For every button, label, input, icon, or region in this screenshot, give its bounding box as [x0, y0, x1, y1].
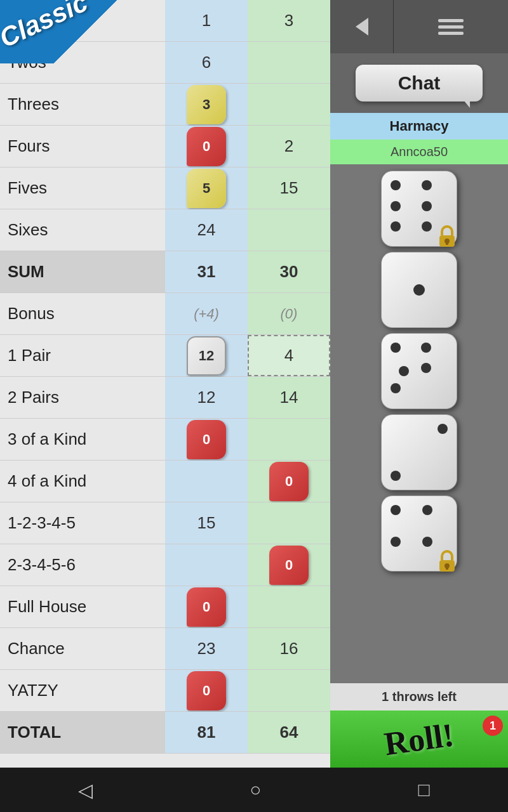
col-p1-1pair[interactable]: 12 [165, 335, 248, 376]
score-token-yellow[interactable]: 3 [187, 85, 226, 124]
dot [391, 180, 401, 190]
back-nav-button[interactable]: ◁ [78, 779, 93, 801]
die-2-container[interactable] [381, 252, 457, 328]
die-4-container[interactable] [381, 414, 457, 490]
roll-button[interactable]: Roll! 1 [330, 710, 508, 768]
score-row-threes[interactable]: Threes3 [0, 84, 330, 126]
die-1-container[interactable] [381, 171, 457, 247]
col-p2-twos[interactable] [248, 42, 330, 83]
col-p1-fours[interactable]: 0 [165, 126, 248, 167]
col-p1-23456[interactable] [165, 544, 248, 586]
row-label-bonus: Bonus [0, 304, 165, 324]
score-token-red[interactable]: 0 [187, 671, 226, 710]
col-p1-2pairs[interactable]: 12 [165, 377, 248, 418]
svg-rect-9 [446, 566, 448, 570]
svg-rect-2 [438, 25, 464, 29]
dot [422, 537, 432, 547]
row-label-1pair: 1 Pair [0, 346, 165, 365]
col-p1-bonus[interactable]: (+4) [165, 293, 248, 334]
score-row-fullhouse[interactable]: Full House0 [0, 586, 330, 628]
die-3[interactable] [381, 333, 457, 409]
score-row-fours[interactable]: Fours02 [0, 126, 330, 167]
dot [438, 424, 448, 434]
col-p1-fullhouse[interactable]: 0 [165, 586, 248, 627]
col-p1-chance[interactable]: 23 [165, 628, 248, 669]
score-row-bonus[interactable]: Bonus(+4)(0) [0, 293, 330, 335]
score-row-23456[interactable]: 2-3-4-5-60 [0, 544, 330, 586]
col-p1-12345[interactable]: 15 [165, 502, 248, 544]
score-row-2pairs[interactable]: 2 Pairs1214 [0, 377, 330, 419]
col-p2-chance[interactable]: 16 [248, 628, 330, 669]
dot [422, 180, 432, 190]
throws-left-label: 1 throws left [330, 683, 508, 710]
die-5-container[interactable] [381, 495, 457, 572]
col-p2-total[interactable]: 64 [248, 712, 330, 753]
player-active: Harmacy [330, 113, 508, 140]
row-label-23456: 2-3-4-5-6 [0, 555, 165, 575]
score-row-1pair[interactable]: 1 Pair124 [0, 335, 330, 377]
score-row-sum[interactable]: SUM3130 [0, 251, 330, 293]
score-row-total[interactable]: TOTAL8164 [0, 712, 330, 754]
col-p1-threes[interactable]: 3 [165, 84, 248, 125]
col-p2-ones[interactable]: 3 [248, 0, 330, 41]
col-p2-yatzy[interactable] [248, 670, 330, 711]
col-p2-23456[interactable]: 0 [248, 544, 330, 586]
col-p2-sixes[interactable] [248, 209, 330, 251]
svg-rect-1 [438, 19, 464, 22]
bonus-value: (+4) [194, 306, 219, 322]
col-p2-fullhouse[interactable] [248, 586, 330, 627]
col-p1-4kind[interactable] [165, 461, 248, 502]
score-token-yellow[interactable]: 5 [187, 169, 226, 208]
score-token-red[interactable]: 0 [269, 546, 309, 585]
dot [391, 471, 401, 481]
col-p1-yatzy[interactable]: 0 [165, 670, 248, 711]
col-p1-3kind[interactable]: 0 [165, 419, 248, 460]
home-nav-button[interactable]: ○ [250, 779, 261, 801]
col-p1-total[interactable]: 81 [165, 712, 248, 753]
col-p2-4kind[interactable]: 0 [248, 461, 330, 502]
row-label-sum: SUM [0, 262, 165, 282]
player-waiting: Anncoa50 [330, 140, 508, 164]
score-row-yatzy[interactable]: YATZY0 [0, 670, 330, 712]
score-row-sixes[interactable]: Sixes24 [0, 209, 330, 251]
col-p1-sum[interactable]: 31 [165, 251, 248, 292]
row-label-3kind: 3 of a Kind [0, 429, 165, 449]
col-p2-bonus[interactable]: (0) [248, 293, 330, 334]
dot [422, 221, 432, 232]
lock-icon [434, 549, 460, 574]
col-p2-3kind[interactable] [248, 419, 330, 460]
col-p2-sum[interactable]: 30 [248, 251, 330, 292]
score-token-red[interactable]: 0 [187, 587, 226, 627]
dot [413, 284, 425, 296]
chat-button[interactable]: Chat [356, 65, 483, 102]
dice-area [330, 164, 508, 683]
col-p2-1pair[interactable]: 4 [248, 335, 330, 376]
col-p2-2pairs[interactable]: 14 [248, 377, 330, 418]
chat-bubble-tail [464, 100, 470, 108]
col-p1-twos[interactable]: 6 [165, 42, 248, 83]
col-p2-fours[interactable]: 2 [248, 126, 330, 167]
dot [391, 537, 401, 547]
col-p1-sixes[interactable]: 24 [165, 209, 248, 251]
col-p1-ones[interactable]: 1 [165, 0, 248, 41]
roll-badge: 1 [483, 716, 503, 736]
score-row-4kind[interactable]: 4 of a Kind0 [0, 461, 330, 502]
score-row-12345[interactable]: 1-2-3-4-515 [0, 502, 330, 544]
score-token-red[interactable]: 0 [269, 462, 309, 501]
back-button[interactable] [330, 0, 394, 53]
score-row-chance[interactable]: Chance2316 [0, 628, 330, 670]
col-p2-fives[interactable]: 15 [248, 167, 330, 209]
col-p2-12345[interactable] [248, 502, 330, 544]
score-token-white[interactable]: 12 [187, 336, 226, 376]
score-row-3kind[interactable]: 3 of a Kind0 [0, 419, 330, 461]
recents-nav-button[interactable]: □ [418, 779, 429, 801]
col-p2-threes[interactable] [248, 84, 330, 125]
die-4[interactable] [381, 414, 457, 490]
score-row-fives[interactable]: Fives515 [0, 167, 330, 209]
score-token-red[interactable]: 0 [187, 420, 226, 459]
menu-button[interactable] [394, 0, 508, 53]
die-2[interactable] [381, 252, 457, 328]
score-token-red[interactable]: 0 [187, 127, 226, 166]
col-p1-fives[interactable]: 5 [165, 167, 248, 209]
die-3-container[interactable] [381, 333, 457, 409]
